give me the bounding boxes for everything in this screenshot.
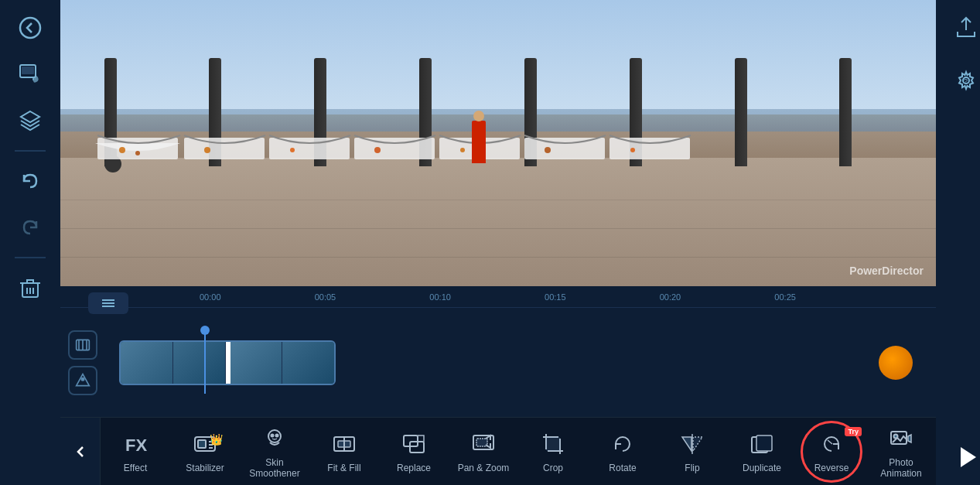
ruler-mark-3: 00:15: [545, 292, 660, 302]
watermark: PowerDirector: [849, 265, 924, 277]
video-clip[interactable]: [119, 340, 336, 385]
clip-thumb-4: [282, 342, 334, 384]
crop-label: Crop: [543, 463, 563, 473]
pan-zoom-icon: [470, 430, 497, 458]
track-video-icon[interactable]: [68, 330, 97, 360]
svg-text:?: ?: [964, 77, 968, 85]
export-button[interactable]: [946, 8, 980, 48]
replace-icon: [400, 430, 428, 458]
toolbar-item-crop[interactable]: Crop: [518, 424, 588, 480]
svg-marker-65: [961, 447, 976, 467]
svg-rect-16: [610, 138, 690, 159]
toolbar-item-stabilizer[interactable]: 👑 Stabilizer: [170, 424, 240, 480]
toolbar-item-flip[interactable]: Flip: [657, 424, 727, 480]
svg-rect-59: [756, 435, 772, 451]
svg-point-23: [545, 147, 551, 153]
timeline-area: 00:00 00:05 00:10 00:15 00:20 00:25: [60, 286, 936, 417]
video-preview: PowerDirector: [60, 0, 936, 286]
fit-fill-icon: [330, 430, 358, 458]
layers-button[interactable]: [10, 101, 50, 141]
ruler-mark-5: 00:25: [774, 292, 890, 302]
left-sidebar: [0, 0, 60, 485]
playhead-handle: [200, 326, 210, 335]
rotate-label: Rotate: [609, 463, 636, 473]
svg-rect-54: [546, 437, 560, 451]
svg-line-60: [828, 440, 832, 444]
ruler-mark-4: 00:20: [660, 292, 775, 302]
stabilizer-icon-wrap: 👑: [191, 430, 219, 458]
photo-animation-icon: [887, 425, 915, 453]
back-button[interactable]: [10, 8, 50, 48]
track-effects-icon[interactable]: [68, 366, 97, 395]
ruler-mark-2: 00:10: [429, 292, 545, 302]
right-sidebar: ?: [936, 0, 980, 485]
skin-smoothener-icon: [261, 425, 289, 453]
svg-rect-2: [22, 67, 34, 74]
svg-rect-11: [184, 138, 265, 159]
clip-thumb-3: [230, 342, 283, 384]
svg-point-0: [20, 18, 40, 38]
reverse-label: Reverse: [814, 463, 849, 473]
toolbar-item-fit-fill[interactable]: Fit & Fill: [309, 424, 379, 480]
toolbar-item-pan-zoom[interactable]: Pan & Zoom: [449, 424, 518, 480]
collapse-handle[interactable]: [88, 292, 128, 314]
ruler-mark-1: 00:05: [315, 292, 430, 302]
svg-rect-36: [198, 440, 206, 448]
toolbar-items: FX Effect 👑: [101, 418, 936, 485]
stabilizer-label: Stabilizer: [186, 463, 224, 473]
fx-label: Effect: [124, 463, 147, 473]
main-area: PowerDirector 00:00 00:05 00:10 00:15 00…: [60, 0, 936, 485]
clip-thumb-1: [121, 342, 173, 384]
right-sidebar-top: ?: [946, 8, 980, 101]
duplicate-icon: [748, 430, 776, 458]
svg-point-17: [119, 147, 125, 153]
crown-badge: 👑: [210, 433, 223, 446]
sidebar-divider-1: [15, 150, 46, 152]
toolbar-item-reverse[interactable]: Try Reverse: [797, 424, 866, 480]
sidebar-divider-2: [15, 257, 46, 258]
toolbar-item-replace[interactable]: Replace: [379, 424, 449, 480]
pan-zoom-label: Pan & Zoom: [458, 463, 510, 473]
svg-point-21: [374, 147, 381, 153]
toolbar-item-skin-smoothener[interactable]: SkinSmoothener: [240, 418, 309, 485]
scene-background: [60, 0, 936, 286]
svg-point-30: [81, 377, 84, 380]
svg-point-22: [460, 148, 465, 152]
undo-button[interactable]: [10, 161, 50, 201]
settings-button[interactable]: ?: [946, 60, 980, 101]
clip-thumb-2: [173, 342, 226, 384]
duplicate-label: Duplicate: [743, 463, 781, 473]
rotate-icon: [609, 430, 637, 458]
toolbar-item-fx[interactable]: FX Effect: [101, 424, 170, 480]
fit-fill-label: Fit & Fill: [327, 463, 360, 473]
flip-label: Flip: [685, 463, 699, 473]
ruler-mark-0: 00:00: [200, 292, 315, 302]
toolbar-item-rotate[interactable]: Rotate: [588, 424, 657, 480]
skin-smoothener-label: SkinSmoothener: [249, 457, 299, 479]
toolbar-scroll-left[interactable]: [60, 418, 101, 486]
try-badge: Try: [845, 427, 862, 436]
svg-point-20: [290, 148, 295, 152]
svg-point-41: [271, 434, 274, 436]
fx-icon: FX: [121, 430, 149, 458]
playhead[interactable]: [204, 332, 206, 394]
timeline-tracks: [60, 308, 936, 417]
redo-button[interactable]: [10, 207, 50, 248]
toolbar-item-duplicate[interactable]: Duplicate: [727, 424, 797, 480]
bottom-toolbar: FX Effect 👑: [60, 417, 936, 485]
track-icons: [68, 330, 97, 395]
ruler-marks: 00:00 00:05 00:10 00:15 00:20 00:25: [200, 292, 890, 302]
svg-marker-55: [682, 437, 691, 451]
reverse-icon: [818, 430, 845, 458]
play-button[interactable]: [946, 437, 980, 477]
photo-animation-label: PhotoAnimation: [880, 457, 921, 479]
toolbar-item-photo-animation[interactable]: PhotoAnimation: [866, 418, 936, 485]
crop-icon: [539, 430, 567, 458]
replace-label: Replace: [397, 463, 431, 473]
media-music-button[interactable]: [10, 54, 50, 94]
delete-button[interactable]: [10, 268, 50, 308]
timeline-ruler: 00:00 00:05 00:10 00:15 00:20 00:25: [60, 286, 936, 308]
svg-point-40: [268, 430, 281, 442]
svg-rect-12: [269, 138, 350, 159]
flip-icon: [678, 430, 706, 458]
